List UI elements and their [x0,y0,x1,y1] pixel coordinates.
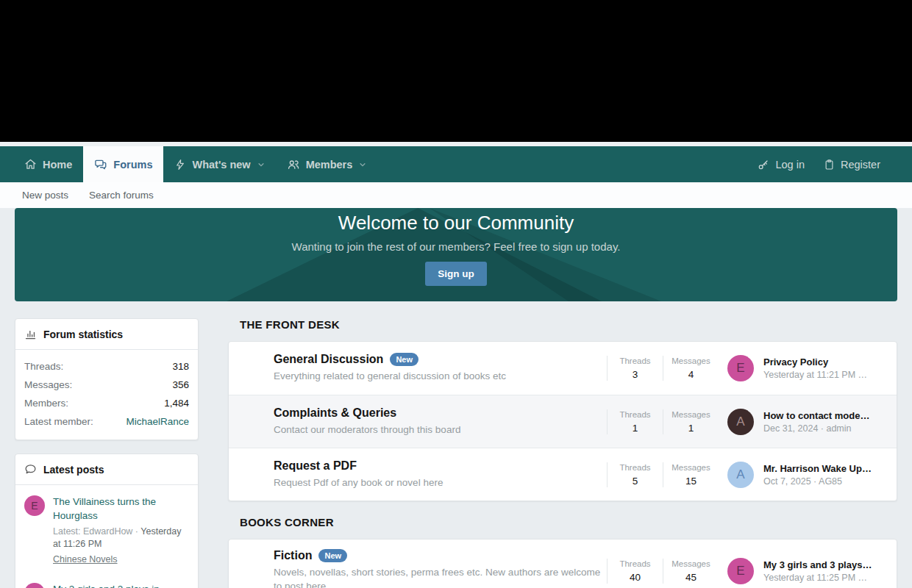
avatar[interactable]: A [727,462,754,488]
list-item: E The Villainess turns the Hourglass Lat… [15,485,198,573]
chevron-down-icon[interactable] [257,161,265,168]
stat-row-latest-member: Latest member: MichaelRance [24,412,189,431]
stat-label: Messages: [24,379,72,390]
threads-count: 40 [608,572,663,583]
avatar[interactable]: E [24,583,45,588]
welcome-banner: Welcome to our Community Wanting to join… [15,208,897,301]
forum-statistics-title: Forum statistics [43,329,123,340]
sidebar: Forum statistics Threads: 318 Messages: … [15,318,199,588]
nav-tab-label: Members [306,159,353,171]
forum-list: THE FRONT DESK General Discussion New Ev… [228,318,897,588]
threads-count: 5 [608,476,663,487]
nav-tab-home[interactable]: Home [13,146,83,182]
latest-thread-title-link[interactable]: My 3 girls and 3 plays… [763,559,872,570]
stat-row-messages: Messages: 356 [24,376,189,394]
home-icon [24,158,37,171]
messages-count: 45 [663,572,719,583]
post-forum-link[interactable]: Chinese Novels [53,554,118,564]
forum-title-link[interactable]: Fiction [274,549,312,562]
latest-posts-header: Latest posts [15,454,198,485]
latest-thread-meta: Oct 7, 2025 · AG85 [763,476,872,487]
latest-thread-meta: Yesterday at 11:21 PM … [763,370,867,380]
messages-stat: Messages 45 [663,559,719,584]
stat-label: Members: [24,398,68,409]
threads-stat: Threads 5 [607,462,663,487]
new-badge: New [318,549,347,562]
forum-title-link[interactable]: Complaints & Queries [274,406,396,420]
register-label: Register [841,159,880,171]
nav-tab-members[interactable]: Members [276,146,378,182]
stat-label: Threads: [24,361,63,372]
forum-node-general-discussion: General Discussion New Everything relate… [229,342,897,395]
banner-subtitle: Wanting to join the rest of our members?… [15,240,897,253]
forums-icon [94,158,107,171]
forum-node-complaints-queries: Complaints & Queries Contact our moderat… [229,395,897,448]
subnav-new-posts[interactable]: New posts [22,190,68,201]
threads-stat: Threads 1 [607,409,663,434]
members-icon [287,158,300,171]
bar-chart-icon [24,328,37,340]
stat-row-members: Members: 1,484 [24,394,189,412]
category-title[interactable]: THE FRONT DESK [240,318,897,331]
stat-value: 318 [172,361,189,372]
messages-label: Messages [663,463,719,472]
post-title-link[interactable]: My 3 girls and 3 plays in college [53,583,189,588]
register-button[interactable]: Register [814,146,890,182]
whats-new-icon [174,159,186,171]
nav-tab-label: What's new [192,159,250,171]
threads-stat: Threads 3 [607,356,663,381]
list-item: E My 3 girls and 3 plays in college [15,573,198,588]
forum-title-link[interactable]: Request a PDF [274,459,357,473]
nav-tab-label: Forums [113,159,152,171]
nav-tab-forums[interactable]: Forums [83,146,163,182]
nav-tab-whats-new[interactable]: What's new [163,146,275,182]
threads-count: 1 [608,423,663,434]
forum-node-fiction: Fiction New Novels, novellas, short stor… [229,539,897,588]
latest-thread-title-link[interactable]: Privacy Policy [763,356,867,368]
avatar[interactable]: E [727,558,754,584]
latest-thread-meta: Dec 31, 2024 · admin [763,423,869,434]
post-meta-author: Latest: EdwardHow · [53,526,138,537]
messages-stat: Messages 4 [663,356,719,381]
category-card: General Discussion New Everything relate… [228,341,897,501]
forum-title-link[interactable]: General Discussion [274,353,383,366]
threads-label: Threads [608,559,663,568]
messages-label: Messages [663,559,719,568]
latest-thread-title-link[interactable]: How to contact mode… [763,410,869,421]
post-title-link[interactable]: The Villainess turns the Hourglass [53,495,189,523]
chevron-down-icon[interactable] [359,161,366,168]
messages-stat: Messages 15 [663,462,719,487]
latest-member-link[interactable]: MichaelRance [126,416,189,427]
latest-thread-title-link[interactable]: Mr. Harrison Wake Up… [763,463,872,474]
avatar[interactable]: E [727,355,754,381]
subnav-search-forums[interactable]: Search forums [89,190,154,201]
register-icon [824,159,835,171]
ad-placeholder [0,0,912,142]
avatar[interactable]: E [24,495,45,516]
forum-description: Everything related to general discussion… [274,370,606,384]
sign-up-button[interactable]: Sign up [425,262,487,286]
stat-value: 1,484 [164,398,189,409]
latest-posts-title: Latest posts [43,464,104,476]
nav-tab-label: Home [43,159,72,171]
stat-value: 356 [172,379,189,390]
main-navbar: Home Forums What's new Members Log in [0,146,912,182]
category-title[interactable]: BOOKS CORNER [240,516,897,528]
forum-node-request-a-pdf: Request a PDF Request Pdf of any book or… [229,448,897,501]
stat-row-threads: Threads: 318 [24,357,189,376]
stat-label: Latest member: [24,416,93,427]
threads-label: Threads [608,356,663,365]
sub-navbar: New posts Search forums [0,182,912,208]
threads-label: Threads [608,410,663,419]
banner-title: Welcome to our Community [15,208,897,234]
login-button[interactable]: Log in [748,146,814,182]
latest-thread: E My 3 girls and 3 plays… Yesterday at 1… [727,558,891,584]
content-area: Forum statistics Threads: 318 Messages: … [0,301,912,588]
messages-count: 4 [663,369,719,380]
category-card: Fiction New Novels, novellas, short stor… [228,539,897,588]
forum-description: Novels, novellas, short stories, perma f… [274,566,606,588]
latest-thread-meta: Yesterday at 11:25 PM … [763,573,872,583]
avatar[interactable]: A [727,409,754,435]
forum-statistics-header: Forum statistics [15,319,198,350]
messages-count: 15 [663,476,719,487]
